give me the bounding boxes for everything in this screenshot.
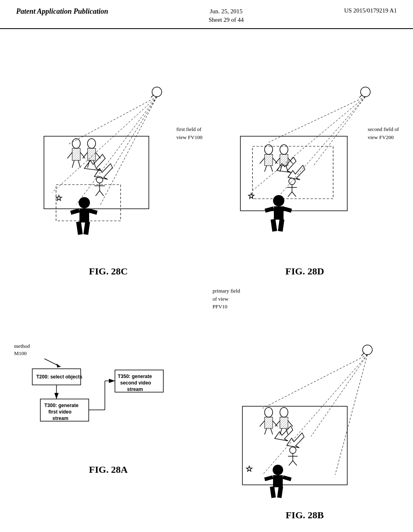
svg-line-50 <box>271 166 273 172</box>
svg-text:second video: second video <box>120 380 151 386</box>
svg-point-97 <box>265 407 273 417</box>
page-header: Patent Application Publication Jun. 25, … <box>0 0 413 29</box>
svg-marker-110 <box>287 433 304 448</box>
svg-rect-70 <box>277 219 284 231</box>
method-label: method M100 <box>14 343 30 357</box>
svg-marker-22 <box>94 164 113 179</box>
fig-28c-diagram: ☆ <box>32 80 185 265</box>
fig-28c-side-label: first field of view FV100 <box>176 125 202 141</box>
svg-line-91 <box>361 353 364 356</box>
svg-line-38 <box>359 95 362 98</box>
svg-rect-34 <box>83 221 90 235</box>
svg-rect-68 <box>282 206 292 212</box>
svg-line-48 <box>273 158 277 164</box>
fig-28d-label: FIG. 28D <box>286 266 324 277</box>
svg-rect-52 <box>280 154 288 166</box>
svg-rect-96 <box>242 406 347 485</box>
svg-line-6 <box>100 97 157 205</box>
svg-text:T350: generate: T350: generate <box>118 374 152 379</box>
fig-28b-label: FIG. 28B <box>286 510 324 521</box>
svg-line-105 <box>275 421 280 426</box>
svg-rect-66 <box>274 206 284 220</box>
svg-point-117 <box>273 465 283 475</box>
sheet-info: Sheet 29 of 44 <box>209 17 244 23</box>
svg-line-40 <box>313 97 365 166</box>
svg-line-99 <box>260 421 265 426</box>
svg-point-65 <box>273 195 284 206</box>
fig-28b-top-label: primary field of view PFV10 <box>213 287 240 311</box>
fig-28d-diagram: ☆ <box>228 80 382 265</box>
svg-rect-33 <box>76 221 82 235</box>
svg-rect-119 <box>264 476 273 481</box>
svg-text:☆: ☆ <box>246 464 253 473</box>
svg-rect-120 <box>282 476 292 481</box>
svg-rect-16 <box>88 148 96 160</box>
figures-grid: ☆ first field of view FV100 FIG. 28C <box>0 29 413 529</box>
svg-rect-118 <box>273 475 283 487</box>
svg-line-12 <box>80 152 85 158</box>
svg-rect-30 <box>79 208 89 222</box>
fig-28b-diagram: ☆ <box>230 336 380 509</box>
svg-rect-43 <box>240 136 347 211</box>
svg-line-95 <box>335 355 367 475</box>
svg-line-53 <box>275 158 280 164</box>
svg-marker-72 <box>56 364 60 368</box>
svg-rect-121 <box>270 486 276 498</box>
svg-line-94 <box>263 355 367 475</box>
svg-line-100 <box>273 421 277 426</box>
fig-28b-container: primary field of view PFV10 <box>209 281 401 521</box>
svg-line-14 <box>78 160 80 168</box>
svg-line-49 <box>265 166 267 172</box>
svg-line-106 <box>288 421 293 426</box>
svg-point-51 <box>280 145 288 154</box>
svg-line-13 <box>72 160 74 168</box>
svg-line-114 <box>289 461 293 466</box>
svg-line-11 <box>67 152 72 158</box>
svg-line-93 <box>311 355 367 436</box>
svg-line-42 <box>252 97 365 191</box>
svg-point-29 <box>79 197 90 208</box>
svg-line-1 <box>151 95 154 98</box>
svg-text:☆: ☆ <box>248 191 255 200</box>
fig-28c-label: FIG. 28C <box>89 266 128 277</box>
svg-text:stream: stream <box>52 416 68 421</box>
svg-line-92 <box>263 355 367 408</box>
svg-line-41 <box>277 97 365 199</box>
svg-text:stream: stream <box>127 387 143 392</box>
fig-28d-side-label: second field of view FV200 <box>368 125 399 141</box>
svg-point-111 <box>290 447 296 453</box>
svg-point-15 <box>88 139 96 148</box>
svg-line-102 <box>271 428 273 434</box>
svg-rect-32 <box>88 208 98 214</box>
svg-text:T200: select objects: T200: select objects <box>36 374 82 380</box>
date: Jun. 25, 2015 <box>210 8 242 15</box>
fig-28a-diagram: T200: select objects T300: generate firs… <box>28 335 165 463</box>
svg-line-62 <box>288 192 292 197</box>
date-sheet-info: Jun. 25, 2015 Sheet 29 of 44 <box>209 7 244 24</box>
publication-title: Patent Application Publication <box>16 7 108 16</box>
svg-rect-67 <box>265 206 274 212</box>
svg-line-101 <box>265 428 267 434</box>
svg-text:first video: first video <box>48 409 71 415</box>
svg-point-103 <box>280 407 288 417</box>
svg-line-26 <box>96 191 100 196</box>
svg-line-63 <box>292 192 296 197</box>
svg-text:☆: ☆ <box>55 193 63 202</box>
svg-line-47 <box>260 158 265 164</box>
svg-point-59 <box>289 178 295 185</box>
svg-line-39 <box>269 97 365 142</box>
svg-text:T300: generate: T300: generate <box>44 403 79 408</box>
svg-rect-69 <box>270 219 277 231</box>
svg-line-115 <box>293 461 297 466</box>
fig-28d-container: ☆ second field of view FV200 FIG. 28D <box>209 37 401 277</box>
patent-number: US 2015/0179219 A1 <box>344 7 397 14</box>
svg-rect-46 <box>265 154 273 166</box>
svg-rect-122 <box>277 486 283 498</box>
svg-line-5 <box>52 97 157 193</box>
svg-line-17 <box>83 152 88 158</box>
fig-28a-label: FIG. 28A <box>89 464 128 475</box>
svg-line-3 <box>113 97 157 168</box>
fig-28a-container: method M100 T200: select objects <box>12 281 204 521</box>
svg-line-27 <box>100 191 104 196</box>
svg-rect-10 <box>72 148 80 160</box>
